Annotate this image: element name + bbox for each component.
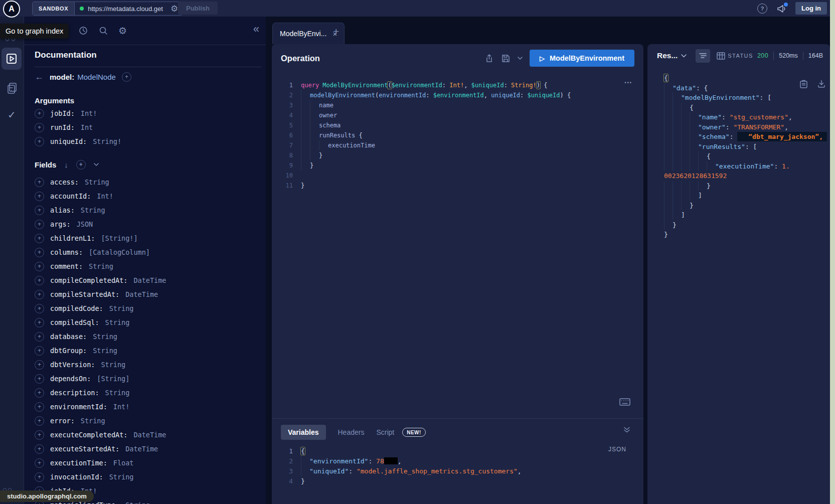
- field-name[interactable]: access:: [50, 178, 79, 186]
- add-to-query-icon[interactable]: +: [35, 178, 44, 187]
- nav-checks[interactable]: ✓: [0, 109, 24, 121]
- field-name[interactable]: runId:: [50, 123, 75, 131]
- save-dropdown-chevron-icon[interactable]: [518, 57, 523, 60]
- field-type[interactable]: [String]: [97, 375, 129, 383]
- field-type[interactable]: String: [81, 417, 105, 425]
- field-type[interactable]: String: [125, 501, 150, 504]
- field-type[interactable]: String: [109, 304, 134, 312]
- field-name[interactable]: dbtGroup:: [50, 347, 87, 355]
- field-name[interactable]: database:: [50, 332, 87, 341]
- field-type[interactable]: String: [93, 332, 117, 341]
- apollo-logo[interactable]: A: [3, 1, 20, 18]
- response-title[interactable]: Res...: [657, 51, 678, 60]
- field-type[interactable]: String: [81, 206, 105, 214]
- tab-script[interactable]: Script: [376, 428, 394, 436]
- endpoint-url-input[interactable]: https://metadata.cloud.get ⚙: [75, 2, 182, 15]
- add-all-fields-icon[interactable]: +: [76, 160, 86, 170]
- field-type[interactable]: DateTime: [125, 290, 158, 298]
- add-to-query-icon[interactable]: +: [35, 137, 44, 146]
- collapse-panel-icon[interactable]: «: [253, 23, 259, 36]
- field-name[interactable]: executeStartedAt:: [50, 445, 119, 453]
- add-to-query-icon[interactable]: +: [35, 318, 44, 327]
- field-type[interactable]: Float: [113, 459, 134, 467]
- add-to-query-icon[interactable]: +: [35, 262, 44, 271]
- field-name[interactable]: compileStartedAt:: [50, 290, 119, 298]
- field-type[interactable]: String: [105, 389, 130, 397]
- field-name[interactable]: invocationId:: [50, 473, 103, 481]
- add-to-query-icon[interactable]: +: [35, 444, 44, 454]
- field-name[interactable]: columns:: [50, 248, 83, 256]
- add-to-query-icon[interactable]: +: [35, 374, 44, 384]
- back-arrow-icon[interactable]: ←: [35, 72, 44, 82]
- field-name[interactable]: dependsOn:: [50, 375, 91, 383]
- field-type[interactable]: String: [93, 347, 117, 355]
- run-operation-button[interactable]: ▷ ModelByEnvironment: [530, 50, 634, 67]
- field-name[interactable]: executionTime:: [50, 459, 107, 467]
- search-icon[interactable]: [98, 26, 108, 36]
- download-response-icon[interactable]: [817, 79, 826, 88]
- publish-button[interactable]: Publish: [178, 2, 218, 15]
- tab-headers[interactable]: Headers: [338, 428, 365, 436]
- field-type[interactable]: String: [105, 318, 130, 326]
- add-to-query-icon[interactable]: +: [35, 346, 44, 356]
- format-table-icon[interactable]: [717, 52, 725, 60]
- field-name[interactable]: compileCompletedAt:: [50, 276, 127, 284]
- nav-explorer-active[interactable]: [2, 48, 22, 70]
- add-to-query-icon[interactable]: +: [35, 472, 44, 482]
- field-name[interactable]: compiledSql:: [50, 318, 99, 326]
- add-to-query-icon[interactable]: +: [35, 416, 44, 426]
- add-to-query-icon[interactable]: +: [35, 220, 44, 229]
- response-dropdown-chevron-icon[interactable]: [681, 54, 687, 58]
- field-type[interactable]: DateTime: [133, 276, 166, 284]
- editor-overflow-menu[interactable]: •••: [625, 80, 632, 85]
- field-type[interactable]: String: [101, 361, 125, 369]
- endpoint-settings-gear-icon[interactable]: ⚙: [171, 5, 178, 13]
- add-to-query-icon[interactable]: +: [35, 388, 44, 398]
- field-name[interactable]: childrenL1:: [50, 234, 95, 242]
- add-to-query-icon[interactable]: +: [35, 206, 44, 215]
- add-to-query-icon[interactable]: +: [35, 192, 44, 201]
- share-icon[interactable]: [484, 54, 494, 63]
- field-type[interactable]: Int!: [97, 192, 113, 200]
- field-name[interactable]: environmentId:: [50, 403, 107, 411]
- field-type[interactable]: JSON: [77, 220, 93, 228]
- add-to-query-icon[interactable]: +: [35, 430, 44, 440]
- field-name[interactable]: compiledCode:: [50, 304, 103, 312]
- fields-chevron-down-icon[interactable]: [94, 163, 99, 166]
- new-tab-button[interactable]: +: [333, 26, 339, 38]
- field-type[interactable]: Int: [81, 123, 93, 131]
- add-to-query-icon[interactable]: +: [35, 123, 44, 132]
- field-name[interactable]: dbtVersion:: [50, 361, 95, 369]
- add-to-query-icon[interactable]: +: [35, 248, 44, 257]
- add-to-query-icon[interactable]: +: [35, 290, 44, 299]
- field-type[interactable]: String: [89, 262, 113, 270]
- add-to-query-icon[interactable]: +: [35, 402, 44, 412]
- add-to-query-icon[interactable]: +: [35, 458, 44, 468]
- field-name[interactable]: uniqueId:: [50, 137, 87, 145]
- doc-settings-gear-icon[interactable]: ⚙: [118, 26, 127, 36]
- history-icon[interactable]: [78, 26, 88, 36]
- doc-type-link[interactable]: ModelNode: [77, 73, 116, 81]
- field-name[interactable]: alias:: [50, 206, 75, 214]
- field-name[interactable]: executeCompletedAt:: [50, 431, 127, 439]
- operation-code[interactable]: 1query ModelByEnvironment($environmentId…: [272, 72, 643, 419]
- sort-fields-icon[interactable]: ↓: [64, 160, 68, 169]
- field-name[interactable]: jobId:: [50, 109, 75, 117]
- field-type[interactable]: String!: [93, 137, 121, 145]
- nav-schema-docs[interactable]: [0, 82, 24, 95]
- response-format-list-button[interactable]: [696, 49, 710, 63]
- variables-code[interactable]: 1{2"environmentId": 78,3"uniqueId": "mod…: [272, 446, 643, 486]
- field-name[interactable]: error:: [50, 417, 75, 425]
- add-to-query-icon[interactable]: +: [35, 304, 44, 313]
- collapse-variables-double-chevron-icon[interactable]: [623, 427, 630, 433]
- add-to-query-icon[interactable]: +: [35, 234, 44, 243]
- field-type[interactable]: [CatalogColumn]: [89, 248, 150, 256]
- field-type[interactable]: Int!: [113, 403, 130, 411]
- field-name[interactable]: description:: [50, 389, 99, 397]
- field-type[interactable]: [String!]: [101, 234, 137, 242]
- add-to-query-icon[interactable]: +: [35, 109, 44, 118]
- field-type[interactable]: String: [85, 178, 109, 186]
- tab-variables[interactable]: Variables: [281, 425, 326, 440]
- field-name[interactable]: accountId:: [50, 192, 91, 200]
- field-type[interactable]: DateTime: [125, 445, 158, 453]
